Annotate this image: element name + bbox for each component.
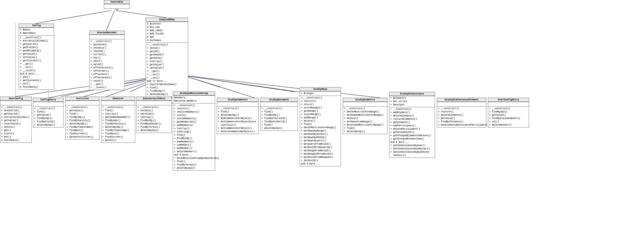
- studip-admission-group-title: StudipAdmissionGroup: [173, 92, 215, 95]
- studip-document-box: StudipDocument + __construct() + find() …: [260, 98, 298, 131]
- simple-orm-title: SimpleORMap: [146, 18, 188, 22]
- semester-title: Semester: [101, 97, 135, 101]
- studip-scm-entry-methods: + __construct() + GetSCMEntriesForRange(…: [343, 106, 387, 134]
- config-entry-methods: + __construct() + find() + getValue() + …: [33, 106, 63, 127]
- semester-attributes: [101, 101, 135, 105]
- studip-news-methods: + __construct() + restore() + store() + …: [300, 96, 341, 166]
- diagram-container: Countable Config # $data # $metadata + _…: [0, 0, 644, 242]
- studip-stm-instance-element-attributes: [437, 102, 486, 106]
- user-config-box: UserConfig + __construct() + setUserId()…: [0, 97, 32, 143]
- studip-comments-box: StudipComments + __construct() + find() …: [217, 98, 259, 134]
- config-methods: + __construct() + extractAllGlobal() + g…: [19, 35, 54, 89]
- config-entry-box: ConfigEntry + __construct() + find() + g…: [33, 98, 64, 128]
- svg-line-8: [184, 75, 295, 92]
- user-config-entry-box: UserConfigEntry + __construct() + findBy…: [488, 98, 529, 128]
- simple-orm-box: SimpleORMap # $content # $is_new # $db_t…: [146, 18, 188, 103]
- session-decoder-attributes: [90, 35, 124, 39]
- user-config-entry-methods: + __construct() + findBySql() + getValue…: [488, 106, 529, 127]
- user-config-attributes: [0, 101, 32, 105]
- svg-line-0: [117, 11, 166, 18]
- institute-box: Institute + __construct() + getValue() +…: [65, 97, 100, 140]
- user-config-methods: + __construct() + setUserId() + getUserI…: [0, 105, 32, 143]
- session-decoder-box: SessionDecoder + __construct() + getValu…: [89, 31, 124, 90]
- studip-stm-instance-element-title: StudipStmInstanceElement: [437, 98, 486, 102]
- studip-stm-instance-box: StudipStmInstance + $elements + $el_stru…: [389, 92, 435, 158]
- studip-stm-instance-methods: + __construct() + addElement() + deleteE…: [389, 107, 435, 158]
- studip-admission-group-attributes: $members $deleted_members: [173, 95, 215, 103]
- seminar-cycle-date-methods: + __construct() + setData() + setValue()…: [136, 105, 172, 133]
- studip-document-attributes: [260, 102, 298, 106]
- institute-attributes: [66, 101, 99, 105]
- countable-section: [104, 4, 130, 9]
- user-config-title: UserConfig: [0, 97, 32, 101]
- svg-line-1: [106, 11, 114, 31]
- simple-orm-attributes: # $content # $is_new # $db_table # $db_f…: [146, 22, 188, 43]
- countable-box: Countable: [104, 0, 130, 9]
- semester-methods: + __construct() + find() + toArray() + g…: [101, 105, 135, 143]
- user-config-entry-title: UserConfigEntry: [488, 98, 529, 102]
- session-decoder-methods: + __construct() + getValue() + setData()…: [90, 39, 124, 90]
- studip-news-attributes: + $ranges: [300, 91, 341, 96]
- svg-line-6: [184, 75, 220, 87]
- studip-comments-title: StudipComments: [217, 98, 258, 102]
- config-entry-attributes: [33, 102, 63, 106]
- institute-title: Institute: [66, 97, 99, 101]
- institute-methods: + __construct() + getValue() + find() + …: [66, 105, 99, 139]
- config-box: Config # $data # $metadata + __construct…: [19, 24, 54, 89]
- studip-admission-group-methods: + __construct() + restore() + restoreMem…: [173, 103, 215, 170]
- studip-stm-instance-attributes: + $elements + $el_struct + $assigns: [389, 96, 435, 107]
- studip-news-box: StudipNews + $ranges + __construct() + r…: [300, 87, 341, 166]
- seminar-cycle-date-box: SeminarCycleDate + __construct() + setDa…: [136, 97, 172, 133]
- studip-comments-methods: + __construct() + find() + deleteBySQL()…: [217, 106, 258, 134]
- countable-spacer: [105, 5, 128, 8]
- studip-stm-instance-element-methods: + __construct() + restore() + deleteElem…: [437, 106, 486, 127]
- studip-document-methods: + __construct() + find() + findBySQL() +…: [260, 106, 298, 131]
- seminar-cycle-date-title: SeminarCycleDate: [136, 97, 172, 101]
- studip-scm-entry-attributes: [343, 102, 387, 106]
- countable-title: Countable: [104, 0, 130, 4]
- seminar-cycle-date-attributes: [136, 101, 172, 105]
- studip-document-title: StudipDocument: [260, 98, 298, 102]
- config-entry-title: ConfigEntry: [33, 98, 63, 102]
- studip-news-title: StudipNews: [300, 87, 341, 91]
- studip-admission-group-box: StudipAdmissionGroup $members $deleted_m…: [173, 91, 215, 171]
- svg-line-2: [35, 11, 110, 24]
- config-attributes: # $data # $metadata: [19, 28, 54, 35]
- semester-box: Semester + __construct() + find() + toAr…: [101, 97, 135, 143]
- studip-stm-instance-title: StudipStmInstance: [389, 92, 435, 96]
- session-decoder-title: SessionDecoder: [90, 31, 124, 35]
- config-title: Config: [19, 24, 54, 28]
- studip-scm-entry-box: StudipScmEntry + __construct() + GetSCME…: [343, 98, 388, 134]
- studip-comments-attributes: [217, 102, 258, 106]
- studip-scm-entry-title: StudipScmEntry: [343, 98, 387, 102]
- studip-stm-instance-element-box: StudipStmInstanceElement + __construct()…: [437, 98, 486, 128]
- user-config-entry-attributes: [488, 102, 529, 106]
